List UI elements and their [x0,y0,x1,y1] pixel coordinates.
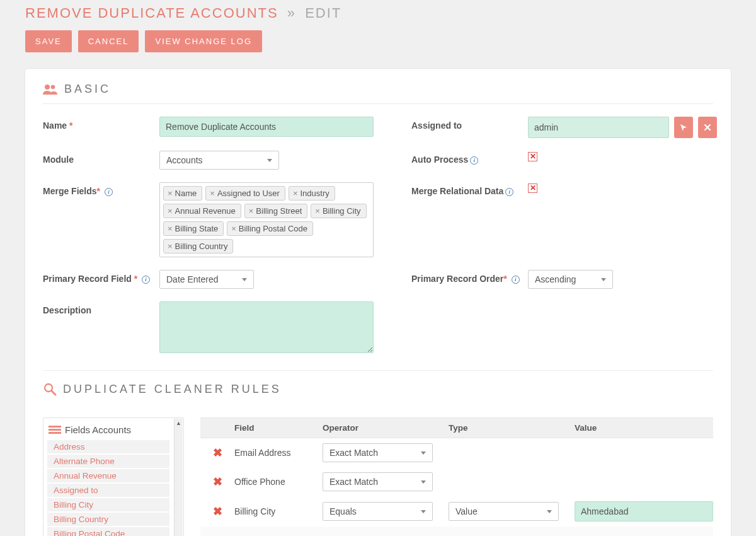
primary-record-field-select[interactable]: Date Entered [159,270,254,289]
svg-point-0 [45,84,50,90]
delete-rule-button[interactable]: ✖ [200,446,234,460]
primary-record-order-select[interactable]: Ascending [528,270,613,289]
delete-rule-button[interactable]: ✖ [200,504,234,518]
auto-process-checkbox[interactable]: ✕ [528,152,537,161]
field-item[interactable]: Annual Revenue [47,469,169,482]
breadcrumb-main[interactable]: REMOVE DUPLICATE ACCOUNTS [25,5,278,21]
cursor-icon [679,123,688,132]
fields-panel-header: Fields Accounts [47,422,181,440]
merge-field-tag[interactable]: ×Billing City [311,204,366,218]
rule-field-label: Email Address [234,448,323,458]
merge-fields-input[interactable]: ×Name×Assigned to User×Industry×Annual R… [159,182,374,257]
tag-remove-icon[interactable]: × [168,207,173,215]
rule-field-label: Office Phone [234,477,323,487]
rule-row: ✖Office PhoneExact Match [200,467,713,496]
label-primary-record-field: Primary Record Field * i [43,270,159,289]
col-value: Value [575,423,713,433]
merge-field-tag[interactable]: ×Billing State [163,221,224,236]
assigned-to-input[interactable] [528,117,669,138]
name-input[interactable] [159,117,374,137]
tag-remove-icon[interactable]: × [168,189,173,197]
tag-remove-icon[interactable]: × [231,224,236,233]
module-select[interactable]: Accounts [159,151,279,170]
breadcrumb-tail: EDIT [305,5,341,21]
basic-form: Name * Assigned to Module [43,117,713,371]
rule-field-label: Billing City [234,506,323,516]
cancel-button[interactable]: CANCEL [78,30,139,52]
col-operator: Operator [323,423,449,433]
tag-remove-icon[interactable]: × [168,242,173,250]
tag-remove-icon[interactable]: × [249,207,254,215]
description-textarea[interactable] [159,301,374,353]
rules-layout: Fields Accounts AddressAlternate PhoneAn… [43,417,713,536]
tag-remove-icon[interactable]: × [210,189,215,197]
col-type: Type [449,423,575,433]
field-item[interactable]: Assigned to [47,484,169,497]
merge-field-tag[interactable]: ×Billing Street [244,204,308,218]
breadcrumb-sep: » [287,5,296,21]
main-panel: BASIC Name * Assigned to [25,69,731,536]
merge-field-tag[interactable]: ×Assigned to User [205,186,285,201]
tag-label: Billing Country [175,242,228,251]
label-primary-record-order: Primary Record Order* i [411,270,528,289]
field-item[interactable]: Billing Postal Code [47,527,169,536]
rule-value-input[interactable] [575,501,713,521]
breadcrumb: REMOVE DUPLICATE ACCOUNTS » EDIT [25,0,731,30]
section-rules-header: DUPLICATE CLEANER RULES [43,371,713,404]
merge-relational-checkbox[interactable]: ✕ [528,184,537,193]
field-item[interactable]: Billing City [47,498,169,511]
section-basic-title: BASIC [64,83,111,96]
rule-operator-select[interactable]: Exact Match [323,472,433,491]
save-button[interactable]: SAVE [25,30,72,52]
tag-remove-icon[interactable]: × [315,207,320,215]
svg-rect-6 [49,432,61,434]
info-icon[interactable]: i [512,276,520,284]
svg-point-1 [51,84,55,89]
rule-row: ✖Billing CityEqualsValue [200,496,713,527]
scroll-up-icon[interactable]: ▲ [175,419,183,428]
field-item[interactable]: Address [47,440,169,453]
close-icon [704,124,711,131]
merge-field-tag[interactable]: ×Billing Postal Code [227,221,313,236]
tag-label: Billing State [175,224,219,233]
fields-panel: Fields Accounts AddressAlternate PhoneAn… [43,417,184,536]
toolbar: SAVE CANCEL VIEW CHANGE LOG [25,30,731,52]
tag-remove-icon[interactable]: × [168,224,173,233]
tag-label: Billing Postal Code [239,224,307,233]
rule-row: ✖Email AddressExact Match [200,438,713,467]
merge-field-tag[interactable]: ×Annual Revenue [163,204,241,218]
label-module: Module [43,151,159,170]
section-rules-title: DUPLICATE CLEANER RULES [63,383,282,396]
view-change-log-button[interactable]: VIEW CHANGE LOG [145,30,262,52]
fields-panel-title: Fields Accounts [65,424,131,435]
tag-label: Assigned to User [217,189,280,198]
assigned-to-select-button[interactable] [674,117,693,138]
assigned-to-clear-button[interactable] [698,117,717,138]
field-item[interactable]: Billing Country [47,513,169,526]
merge-field-tag[interactable]: ×Billing Country [163,239,233,253]
field-item[interactable]: Alternate Phone [47,455,169,468]
tag-label: Billing City [323,206,361,216]
tag-label: Name [175,189,197,198]
svg-rect-5 [49,429,61,431]
info-icon[interactable]: i [505,188,513,196]
label-description: Description [43,301,159,355]
tag-label: Annual Revenue [175,206,236,216]
label-assigned-to: Assigned to [411,117,528,138]
rules-table-head: Field Operator Type Value [200,417,713,438]
info-icon[interactable]: i [142,276,150,284]
rule-type-select[interactable]: Value [449,502,559,521]
label-auto-process: Auto Processi [411,151,528,170]
rule-operator-select[interactable]: Exact Match [323,443,433,462]
scrollbar[interactable]: ▲ [174,419,183,536]
merge-field-tag[interactable]: ×Industry [289,186,335,201]
merge-field-tag[interactable]: ×Name [163,186,202,201]
rule-operator-select[interactable]: Equals [323,502,433,521]
info-icon[interactable]: i [470,156,478,165]
svg-line-3 [52,391,55,395]
col-field: Field [234,423,323,433]
tag-remove-icon[interactable]: × [293,189,298,197]
people-icon [43,84,58,95]
delete-rule-button[interactable]: ✖ [200,475,234,489]
info-icon[interactable]: i [105,188,113,196]
